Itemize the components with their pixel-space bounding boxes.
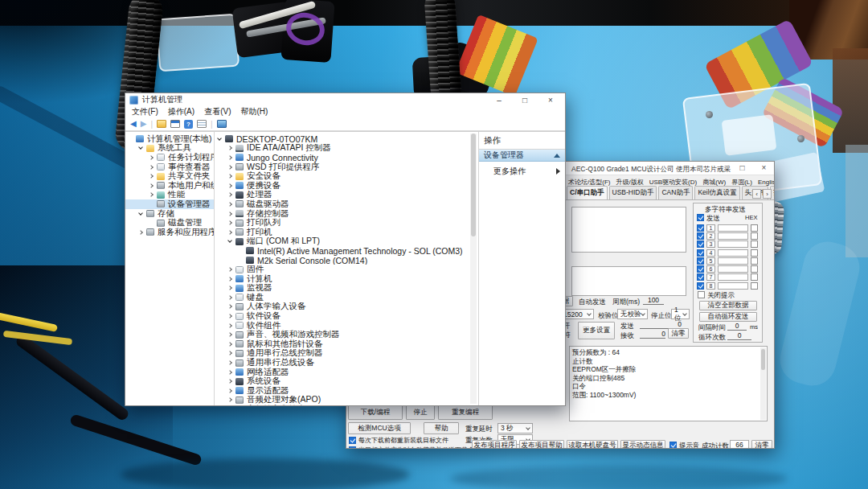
stc-menu-item[interactable]: 术论坛/选型(F) <box>568 178 610 187</box>
device-tree-item[interactable]: 人体学输入设备 <box>215 302 478 312</box>
device-tree-item[interactable]: Jungo Connectivity <box>215 153 478 162</box>
close-tip-label[interactable]: 关闭提示 <box>707 291 735 301</box>
interval-value-field[interactable]: 0 <box>727 322 747 331</box>
scrollbar-thumb[interactable] <box>761 349 765 370</box>
parity-combobox[interactable]: 无校验 <box>617 309 648 319</box>
device-tree-item[interactable]: 存储控制器 <box>215 209 478 219</box>
stc-tab[interactable]: USB-HID助手 <box>609 186 657 199</box>
device-tree-item[interactable]: 通用串行总线控制器 <box>215 349 478 359</box>
multi-send-enable-checkbox[interactable] <box>697 249 704 257</box>
tree-expander-icon[interactable] <box>227 305 232 310</box>
tree-expander-icon[interactable] <box>227 230 232 235</box>
device-tree-item[interactable]: Intel(R) Active Management Technology - … <box>215 246 478 256</box>
multi-send-text-input[interactable] <box>718 240 748 248</box>
device-tree-item[interactable]: 系统设备 <box>215 376 478 386</box>
device-tree-item[interactable]: 音频输入和输出 <box>215 405 478 405</box>
device-tree-item[interactable]: 便携设备 <box>215 181 478 191</box>
device-tree-item[interactable]: IDE ATA/ATAPI 控制器 <box>215 144 478 154</box>
tree-expander-icon[interactable] <box>227 332 232 337</box>
multi-send-index-button[interactable]: 8 <box>706 282 715 290</box>
console-tree-item[interactable]: 事件查看器 <box>125 162 214 172</box>
tree-expander-icon[interactable] <box>227 202 232 207</box>
device-tree-item[interactable]: 打印机 <box>215 228 478 237</box>
tree-expander-icon[interactable] <box>227 220 232 225</box>
tree-expander-icon[interactable] <box>149 183 154 188</box>
device-tree-item[interactable]: 磁盘驱动器 <box>215 199 478 209</box>
console-tree-item[interactable]: 服务和应用程序 <box>125 228 214 237</box>
period-value-field[interactable]: 100 <box>643 296 664 305</box>
device-tree-item[interactable]: 安全设备 <box>215 171 478 181</box>
multi-send-enable-checkbox[interactable] <box>697 257 704 265</box>
tree-expander-icon[interactable] <box>149 165 154 170</box>
tab-scroll-left-button[interactable]: ‹ <box>752 189 761 199</box>
tab-scroll-right-button[interactable]: › <box>763 189 772 199</box>
properties-list-icon[interactable] <box>197 120 207 128</box>
multi-send-index-button[interactable]: 5 <box>706 257 715 265</box>
stc-tab[interactable]: C/串口助手 <box>567 186 608 199</box>
tree-expander-icon[interactable] <box>227 155 232 160</box>
folder-icon[interactable] <box>157 120 166 128</box>
device-tree-item[interactable]: 键盘 <box>215 293 478 302</box>
scan-hardware-icon[interactable] <box>217 120 227 128</box>
stc-menu-item[interactable]: 界面(L) <box>731 178 752 187</box>
tree-expander-icon[interactable] <box>227 174 232 179</box>
console-tree-item[interactable]: 磁盘管理 <box>125 218 214 228</box>
device-tree-item[interactable]: 显示适配器 <box>215 386 478 396</box>
send-buffer-textarea[interactable] <box>571 266 686 296</box>
tree-expander-icon[interactable] <box>227 165 232 170</box>
tree-expander-icon[interactable] <box>227 342 232 347</box>
info-output-box[interactable]: 预分频数为 : 64止计数EEPROM区一并擦除关的端口控制485口令范围: 1… <box>569 346 768 421</box>
device-tree-item[interactable]: 音频处理对象(APO) <box>215 396 478 405</box>
device-tree-item[interactable]: 鼠标和其他指针设备 <box>215 339 478 349</box>
stc-menu-item[interactable]: USB驱动安装(D) <box>649 178 698 187</box>
device-tree-item[interactable]: 软件设备 <box>215 311 478 321</box>
device-tree-item[interactable]: 软件组件 <box>215 321 478 331</box>
tree-expander-icon[interactable] <box>227 370 232 375</box>
multi-send-index-button[interactable]: 1 <box>706 224 715 232</box>
info-scrollbar[interactable] <box>760 347 766 420</box>
device-tree-item[interactable]: 通用串行总线设备 <box>215 358 478 368</box>
device-tree-item[interactable]: WSD 打印提供程序 <box>215 162 478 172</box>
autoload-on-change-checkbox[interactable] <box>349 446 356 449</box>
more-settings-button[interactable]: 更多设置 <box>578 322 615 339</box>
multi-send-text-input[interactable] <box>718 232 748 240</box>
device-tree-item[interactable]: 监视器 <box>215 284 478 294</box>
stc-menu-item[interactable]: 升级/版权 <box>616 178 643 187</box>
console-tree-item[interactable]: 共享文件夹 <box>125 171 214 181</box>
reload-target-checkbox[interactable] <box>349 437 356 444</box>
tree-expander-icon[interactable] <box>227 388 232 393</box>
console-tree-item[interactable]: 计算机管理(本地) <box>125 134 214 144</box>
multi-send-text-input[interactable] <box>718 273 748 281</box>
tree-expander-icon[interactable] <box>138 146 143 150</box>
tree-expander-icon[interactable] <box>227 146 232 151</box>
scrollbar-thumb[interactable] <box>471 134 476 236</box>
multi-send-hex-checkbox[interactable] <box>751 240 758 248</box>
device-tree-item[interactable]: DESKTOP-0TO07KM <box>215 134 478 144</box>
console-window-icon[interactable] <box>170 120 180 128</box>
tree-expander-icon[interactable] <box>227 286 232 290</box>
collapse-icon[interactable] <box>554 154 560 158</box>
tree-expander-icon[interactable] <box>227 379 232 384</box>
forward-icon[interactable]: ▶ <box>141 120 147 128</box>
tree-expander-icon[interactable] <box>227 314 232 318</box>
tree-expander-icon[interactable] <box>227 360 232 365</box>
multi-send-index-button[interactable]: 6 <box>706 265 715 273</box>
autoload-on-change-label[interactable]: 当目标文件变化时自动装载并发送下载命令 <box>358 446 481 449</box>
device-tree-item[interactable]: 固件 <box>215 265 478 274</box>
publish-program-button[interactable]: 发布项目程序 <box>472 440 517 449</box>
multi-send-text-input[interactable] <box>718 265 748 273</box>
tree-expander-icon[interactable] <box>227 238 232 243</box>
multi-send-enable-checkbox[interactable] <box>697 224 704 232</box>
multi-send-hex-checkbox[interactable] <box>751 232 758 240</box>
device-tree-item[interactable]: 声音、视频和游戏控制器 <box>215 330 478 339</box>
download-program-button[interactable]: 下载/编程 <box>348 405 403 420</box>
help-button[interactable]: 帮助 <box>424 422 459 434</box>
multi-send-hex-checkbox[interactable] <box>751 257 758 265</box>
console-tree-item[interactable]: 设备管理器 <box>125 199 214 209</box>
tree-expander-icon[interactable] <box>227 295 232 300</box>
beep-label[interactable]: 提示音 <box>679 442 700 449</box>
multi-send-index-button[interactable]: 4 <box>706 249 715 257</box>
tree-expander-icon[interactable] <box>227 267 232 272</box>
device-tree-scrollbar[interactable] <box>470 134 477 404</box>
device-tree-item[interactable]: 打印队列 <box>215 218 478 228</box>
